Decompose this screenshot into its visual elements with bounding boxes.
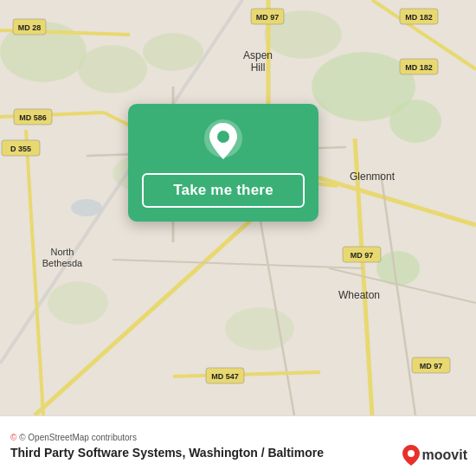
location-pin-icon (201, 119, 246, 164)
moovit-logo: moovit (402, 443, 467, 467)
svg-text:MD 28: MD 28 (18, 23, 42, 32)
svg-text:MD 97: MD 97 (351, 251, 374, 260)
osm-credit: © © OpenStreetMap contributors (10, 433, 466, 442)
svg-text:MD 97: MD 97 (256, 13, 280, 22)
svg-text:MD 182: MD 182 (405, 63, 433, 72)
svg-text:MD 547: MD 547 (211, 372, 239, 381)
svg-point-2 (389, 100, 441, 143)
svg-text:MD 182: MD 182 (405, 13, 433, 22)
company-name: Third Party Software Systems, Washington… (10, 446, 324, 460)
svg-point-9 (48, 281, 108, 325)
svg-point-10 (225, 307, 294, 351)
svg-point-11 (71, 199, 102, 216)
bottom-bar: © © OpenStreetMap contributors Third Par… (0, 415, 476, 476)
svg-text:Bethesda: Bethesda (42, 258, 83, 268)
svg-text:Wheaton: Wheaton (338, 289, 380, 301)
map-view: MD 28 MD 97 MD 182 MD 182 MD 586 MD 586 … (0, 0, 476, 415)
osm-credit-text: © OpenStreetMap contributors (19, 433, 137, 442)
svg-point-5 (143, 33, 203, 71)
svg-text:Aspen: Aspen (243, 49, 273, 61)
svg-text:Hill: Hill (251, 61, 266, 74)
svg-text:North: North (51, 247, 74, 257)
svg-point-4 (78, 45, 147, 93)
svg-text:Glenmont: Glenmont (350, 170, 396, 183)
osm-logo: © (10, 433, 16, 442)
moovit-text: moovit (422, 447, 467, 463)
svg-text:MD 586: MD 586 (19, 113, 47, 122)
svg-text:MD 97: MD 97 (420, 362, 443, 370)
svg-point-60 (408, 450, 415, 457)
svg-point-59 (217, 131, 229, 143)
svg-text:D 355: D 355 (10, 145, 31, 153)
moovit-pin-icon (402, 443, 421, 467)
location-popup: Take me there (128, 104, 318, 222)
take-me-there-button[interactable]: Take me there (142, 173, 305, 208)
